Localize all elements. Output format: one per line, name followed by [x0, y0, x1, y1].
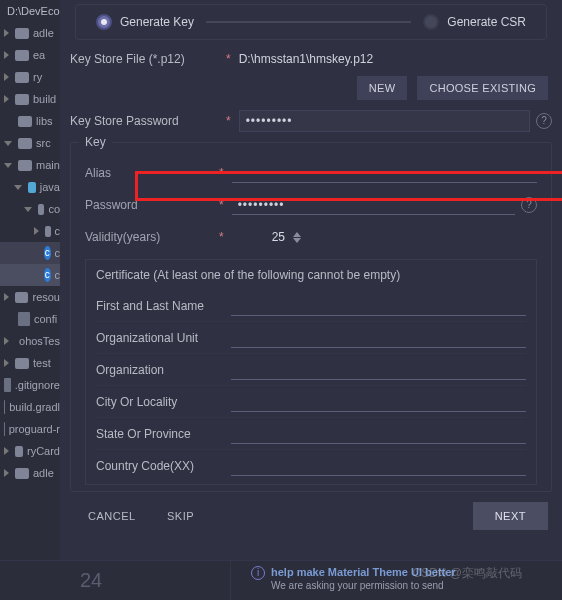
- tree-item[interactable]: cc: [0, 264, 60, 286]
- project-root-label: D:\DevEco: [7, 5, 60, 17]
- file-icon: [4, 400, 5, 414]
- folder-icon: [18, 116, 32, 127]
- step-divider: [206, 21, 411, 23]
- validity-value: 25: [272, 230, 285, 244]
- validity-label: Validity(years): [85, 230, 211, 244]
- tree-item[interactable]: test: [0, 352, 60, 374]
- generate-key-dialog: Generate Key Generate CSR Key Store File…: [60, 0, 562, 560]
- cert-organization: Organization: [96, 354, 526, 386]
- tree-item[interactable]: main: [0, 154, 60, 176]
- certificate-group: Certificate (At least one of the followi…: [85, 259, 537, 485]
- keystore-password-row: Key Store Password * ?: [70, 110, 552, 132]
- keystore-password-label: Key Store Password: [70, 114, 218, 128]
- project-tree[interactable]: D:\DevEco adle ea ry build libs src main…: [0, 0, 60, 600]
- tree-item[interactable]: cc: [0, 242, 60, 264]
- required-marker: *: [226, 52, 231, 66]
- tree-item[interactable]: libs: [0, 110, 60, 132]
- keystore-password-input[interactable]: [239, 110, 530, 132]
- step-inactive-icon: [423, 14, 439, 30]
- step-generate-key[interactable]: Generate Key: [96, 14, 194, 30]
- cert-input[interactable]: [231, 296, 526, 316]
- cert-input[interactable]: [231, 456, 526, 476]
- tree-item[interactable]: resou: [0, 286, 60, 308]
- certificate-title: Certificate (At least one of the followi…: [96, 268, 526, 282]
- tree-item[interactable]: ryCard: [0, 440, 60, 462]
- chevron-down-icon[interactable]: [293, 238, 301, 243]
- info-icon: i: [251, 566, 265, 580]
- skip-button[interactable]: SKIP: [153, 504, 208, 528]
- keystore-file-row: Key Store File (*.p12) * D:\hmsstan1\hms…: [70, 52, 552, 66]
- notice-subtitle: We are asking your permission to send: [251, 580, 562, 591]
- cert-input[interactable]: [231, 360, 526, 380]
- folder-icon: [15, 358, 29, 369]
- cert-input[interactable]: [231, 328, 526, 348]
- next-button[interactable]: NEXT: [473, 502, 548, 530]
- tree-item[interactable]: ea: [0, 44, 60, 66]
- step-active-icon: [96, 14, 112, 30]
- help-icon[interactable]: ?: [536, 113, 552, 129]
- file-icon: [4, 422, 5, 436]
- choose-existing-button[interactable]: CHOOSE EXISTING: [417, 76, 548, 100]
- tree-item[interactable]: ry: [0, 66, 60, 88]
- folder-icon: [15, 28, 29, 39]
- folder-icon: [15, 446, 23, 457]
- class-icon: c: [44, 246, 51, 260]
- folder-icon: [38, 204, 44, 215]
- folder-icon: [15, 50, 29, 61]
- step-label: Generate CSR: [447, 15, 526, 29]
- cert-country-code: Country Code(XX): [96, 450, 526, 482]
- tree-item[interactable]: build.gradl: [0, 396, 60, 418]
- validity-spinner[interactable]: 25: [272, 230, 301, 244]
- tree-item[interactable]: ohosTes: [0, 330, 60, 352]
- keystore-file-label: Key Store File (*.p12): [70, 52, 218, 66]
- required-marker: *: [226, 114, 231, 128]
- class-icon: c: [44, 268, 51, 282]
- alias-highlight: [135, 171, 562, 201]
- validity-row: Validity(years) * 25: [85, 223, 537, 251]
- tree-item[interactable]: co: [0, 198, 60, 220]
- dialog-buttons: CANCEL SKIP NEXT: [70, 492, 552, 540]
- project-root[interactable]: D:\DevEco: [0, 0, 60, 22]
- folder-icon: [15, 468, 29, 479]
- cert-state-province: State Or Province: [96, 418, 526, 450]
- folder-icon: [18, 160, 32, 171]
- status-left: 24: [0, 561, 230, 600]
- cert-input[interactable]: [231, 424, 526, 444]
- status-number: 24: [80, 569, 102, 592]
- tree-item[interactable]: java: [0, 176, 60, 198]
- keystore-file-value: D:\hmsstan1\hmskey.p12: [239, 52, 374, 66]
- file-icon: [4, 378, 11, 392]
- tree-item[interactable]: confi: [0, 308, 60, 330]
- chevron-up-icon[interactable]: [293, 232, 301, 237]
- required-marker: *: [219, 230, 224, 244]
- cancel-button[interactable]: CANCEL: [74, 504, 150, 528]
- cert-first-last-name: First and Last Name: [96, 290, 526, 322]
- folder-icon: [28, 182, 36, 193]
- key-legend: Key: [79, 135, 112, 149]
- folder-icon: [15, 72, 29, 83]
- tree-item[interactable]: proguard-r: [0, 418, 60, 440]
- folder-icon: [45, 226, 51, 237]
- status-bar: 24 ihelp make Material Theme UI better W…: [0, 560, 562, 600]
- folder-icon: [15, 94, 29, 105]
- tree-item[interactable]: .gitignore: [0, 374, 60, 396]
- keystore-buttons: NEW CHOOSE EXISTING: [70, 76, 548, 100]
- wizard-steps: Generate Key Generate CSR: [75, 4, 547, 40]
- tree-item[interactable]: c: [0, 220, 60, 242]
- tree-item[interactable]: adle: [0, 22, 60, 44]
- notice-title: help make Material Theme UI better: [271, 566, 456, 578]
- tree-item[interactable]: src: [0, 132, 60, 154]
- new-keystore-button[interactable]: NEW: [357, 76, 408, 100]
- cert-city-locality: City Or Locality: [96, 386, 526, 418]
- step-label: Generate Key: [120, 15, 194, 29]
- spinner-arrows[interactable]: [293, 232, 301, 243]
- step-generate-csr[interactable]: Generate CSR: [423, 14, 526, 30]
- tree-item[interactable]: adle: [0, 462, 60, 484]
- status-notice[interactable]: ihelp make Material Theme UI better We a…: [230, 561, 562, 600]
- folder-icon: [15, 292, 28, 303]
- cert-input[interactable]: [231, 392, 526, 412]
- tree-item[interactable]: build: [0, 88, 60, 110]
- file-icon: [18, 312, 30, 326]
- folder-icon: [18, 138, 32, 149]
- cert-organizational-unit: Organizational Unit: [96, 322, 526, 354]
